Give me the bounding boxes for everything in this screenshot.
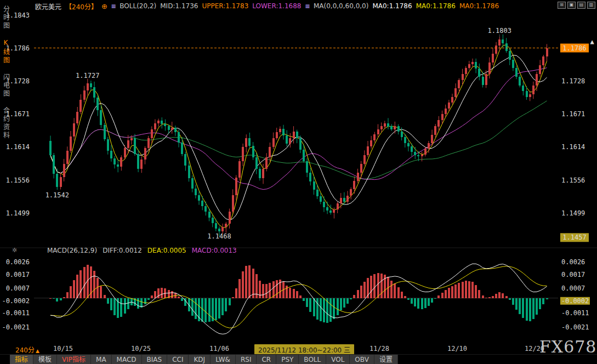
indicator-tab[interactable]: VOL: [326, 355, 350, 364]
macd-dea-value: DEA:0.0005: [147, 247, 186, 254]
svg-text:0.0017: 0.0017: [561, 271, 585, 278]
sidebar-chart-type-item[interactable]: 合约资料: [2, 107, 11, 140]
macd-name: MACD(26,12,9): [47, 247, 97, 254]
ma-indicator-icon[interactable]: ▦: [305, 3, 310, 9]
indicator-tab[interactable]: OBV: [350, 355, 374, 364]
period-selector[interactable]: 240分▲: [15, 345, 39, 354]
indicator-tab[interactable]: 设置: [374, 355, 398, 364]
indicator-tab[interactable]: RSI: [236, 355, 257, 364]
boll-lower-value: LOWER:1.1688: [252, 2, 301, 10]
period-dropdown-icon: ▲: [36, 348, 39, 354]
sidebar-chart-type-item[interactable]: 分时图: [2, 5, 11, 30]
svg-text:1.1556: 1.1556: [561, 177, 585, 184]
indicator-tab[interactable]: KDJ: [189, 355, 211, 364]
svg-text:-0.0021: -0.0021: [561, 323, 589, 331]
window-control-icon[interactable]: ▤: [577, 2, 585, 9]
ma2-value: MA0:1.1786: [416, 2, 456, 10]
svg-text:1.1727: 1.1727: [76, 72, 99, 79]
period-tag: 【240分】: [65, 2, 98, 11]
window-controls: ⊞▣▤▥: [558, 2, 595, 9]
chart-type-sidebar: 分时图K线图闪电图合约资料: [0, 0, 12, 350]
ma3-value: MA0:1.1786: [459, 2, 499, 10]
symbol-name: 欧元美元: [35, 2, 61, 11]
svg-text:1.1542: 1.1542: [46, 191, 69, 199]
indicator-tab[interactable]: MACD: [112, 355, 142, 364]
x-axis-date: 10/25: [131, 345, 151, 352]
indicator-tab[interactable]: 模板: [33, 355, 57, 364]
indicator-tab[interactable]: BIAS: [142, 355, 168, 364]
x-axis-date: 11/28: [369, 345, 389, 352]
svg-text:1.1728: 1.1728: [561, 77, 585, 85]
window-control-icon[interactable]: ▣: [567, 2, 576, 9]
x-axis-row: 240分▲ 10/1510/2511/0611/2812/1012/202025…: [0, 344, 597, 354]
sidebar-chart-type-item[interactable]: 闪电图: [2, 73, 11, 98]
main-chart[interactable]: 1.18431.17861.17281.16711.16141.15561.14…: [0, 0, 597, 344]
svg-text:1.1499: 1.1499: [561, 209, 585, 217]
candles: [49, 35, 548, 236]
ma-lines: [50, 45, 547, 228]
boll-indicator-icon[interactable]: ▦: [111, 3, 116, 9]
indicator-tab[interactable]: LW&: [211, 355, 236, 364]
boll-name: BOLL(20,2): [120, 2, 156, 10]
indicator-tab[interactable]: CCI: [167, 355, 189, 364]
indicator-tab[interactable]: PSY: [276, 355, 299, 364]
svg-text:1.1468: 1.1468: [207, 232, 231, 240]
svg-text:1.1786: 1.1786: [562, 44, 586, 52]
chart-app-window: 1.18431.17861.17281.16711.16141.15561.14…: [0, 0, 597, 364]
x-axis-date: 10/15: [53, 345, 73, 352]
macd-pane-settings-icon[interactable]: ✲: [12, 247, 17, 254]
indicator-tab[interactable]: CR: [257, 355, 276, 364]
svg-text:1.1457: 1.1457: [562, 234, 586, 241]
indicator-tab[interactable]: BOLL: [299, 355, 326, 364]
svg-text:1.1803: 1.1803: [488, 27, 511, 35]
price-up-arrow-icon: ▲: [590, 38, 594, 46]
window-control-icon[interactable]: ▥: [587, 2, 595, 9]
macd-diff-value: DIFF:0.0012: [103, 247, 142, 254]
watermark: FX678: [539, 337, 596, 356]
selected-bar-time: 2025/11/12 18:00~22:00 三: [254, 344, 354, 355]
sidebar-chart-type-item[interactable]: K线图: [2, 39, 11, 65]
indicator-tab[interactable]: 指标: [10, 355, 33, 364]
boll-upper-value: UPPER:1.1783: [202, 2, 248, 10]
indicator-tab[interactable]: MA: [91, 355, 112, 364]
svg-text:1.1671: 1.1671: [561, 110, 585, 118]
ma1-value: MA0:1.1786: [372, 2, 412, 10]
x-axis-date: 11/06: [209, 345, 229, 352]
boll-mid-value: MID:1.1736: [160, 2, 198, 10]
indicator-tab[interactable]: VIP指标: [57, 355, 91, 364]
svg-text:0.0026: 0.0026: [561, 258, 585, 266]
svg-text:-0.0011: -0.0011: [561, 309, 589, 317]
ma-name: MA(0,0,0,60,0,0): [314, 2, 368, 10]
macd-histogram: [49, 265, 548, 322]
svg-text:1.1614: 1.1614: [561, 143, 585, 151]
macd-legend: MACD(26,12,9) DIFF:0.0012 DEA:0.0005 MAC…: [47, 247, 237, 254]
expand-icon[interactable]: ⊕: [101, 2, 107, 10]
indicator-tab-bar: 指标模板VIP指标MAMACDBIASCCIKDJLW&RSICRPSYBOLL…: [0, 354, 597, 364]
svg-text:0.0007: 0.0007: [561, 285, 585, 292]
window-control-icon[interactable]: ⊞: [558, 2, 566, 9]
svg-text:-0.0002: -0.0002: [561, 297, 589, 305]
macd-hist-value: MACD:0.0013: [192, 247, 237, 254]
x-axis-date: 12/10: [447, 345, 467, 352]
chart-header: 欧元美元 【240分】 ⊕ ▦ BOLL(20,2) MID:1.1736 UP…: [35, 0, 499, 12]
